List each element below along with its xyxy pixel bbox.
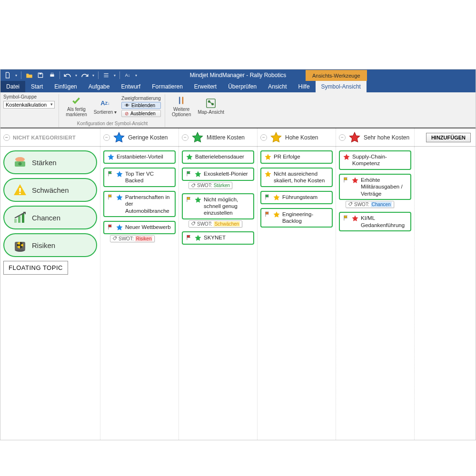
more-options-button[interactable]: Weitere Optionen (170, 94, 193, 118)
svg-rect-6 (207, 99, 215, 107)
card[interactable]: Nicht möglich, schnell genug einzustelle… (182, 193, 254, 219)
warning-icon (13, 183, 27, 197)
contextual-tab[interactable]: Ansichts-Werkzeuge (305, 69, 367, 81)
new-file-icon[interactable] (2, 70, 13, 80)
menu-file[interactable]: Datei (0, 81, 25, 92)
sidebar: Stärken Schwächen Chancen Risiken FLOATI… (0, 147, 100, 440)
star-icon (191, 131, 204, 144)
menu-advanced[interactable]: Erweitert (188, 81, 222, 92)
symbol-group-select[interactable]: Kostenkalkulation (3, 101, 55, 109)
category-strengths[interactable]: Stärken (3, 150, 97, 174)
chevron-down-icon[interactable]: ▾ (112, 70, 117, 80)
svg-point-11 (19, 162, 22, 166)
star-icon (113, 131, 125, 144)
star-icon (343, 153, 350, 161)
menu-design[interactable]: Entwurf (115, 81, 146, 92)
mark-done-button[interactable]: Als fertig markieren (64, 94, 89, 118)
collapse-icon[interactable]: − (260, 134, 267, 141)
undo-icon[interactable] (62, 70, 73, 80)
board: Stärken Schwächen Chancen Risiken FLOATI… (0, 147, 476, 440)
category-weaknesses[interactable]: Schwächen (3, 178, 97, 202)
card[interactable]: PR Erfolge (260, 150, 333, 164)
chevron-down-icon[interactable]: ▾ (134, 70, 139, 80)
swot-tag[interactable]: SWOT: Schwächen (188, 220, 242, 228)
svg-rect-4 (179, 97, 180, 104)
star-icon (351, 215, 359, 222)
chart-up-icon (13, 210, 27, 225)
menu-help[interactable]: Hilfe (293, 81, 316, 92)
star-icon (194, 170, 202, 178)
hide-button[interactable]: ⊘Ausblenden (121, 110, 161, 117)
collapse-icon[interactable]: − (182, 134, 188, 141)
col-uncategorized: − NICHT KATEGORISIERT (0, 129, 100, 146)
card[interactable]: Nicht ausreichend skaliert, hohe Kosten (260, 168, 333, 187)
star-icon (116, 194, 123, 201)
card[interactable]: Engineering-Backlog (260, 208, 333, 228)
swot-tag[interactable]: SWOT: Stärken (188, 182, 232, 189)
floating-topic[interactable]: FLOATING TOPIC (3, 261, 68, 275)
category-opportunities[interactable]: Chancen (3, 206, 97, 229)
menu-insert[interactable]: Einfügen (49, 81, 82, 92)
swot-tag[interactable]: SWOT: Chancen (346, 201, 394, 208)
card[interactable]: Erhöhte Militärausgaben / Verträge (339, 174, 411, 200)
chevron-down-icon[interactable]: ▾ (14, 70, 19, 80)
svg-rect-13 (19, 193, 20, 194)
collapse-icon[interactable]: − (339, 134, 346, 141)
menu-task[interactable]: Aufgabe (83, 81, 116, 92)
flag-icon (264, 211, 271, 218)
map-view-button[interactable]: Map-Ansicht (196, 97, 226, 116)
add-column-button[interactable]: HINZUFÜGEN (426, 133, 471, 142)
chevron-down-icon[interactable]: ▾ (74, 70, 79, 80)
col-high[interactable]: − Hohe Kosten (258, 129, 336, 146)
flag-icon (107, 224, 114, 230)
flag-icon (186, 170, 192, 177)
card[interactable]: Supply-Chain-Kompetenz (339, 150, 411, 170)
print-icon[interactable] (47, 70, 57, 80)
column-vhigh: Supply-Chain-Kompetenz Erhöhte Militärau… (336, 147, 415, 440)
tag-icon (112, 236, 117, 241)
map-icon (206, 98, 216, 109)
star-icon (273, 211, 280, 218)
card[interactable]: Top Tier VC Backed (103, 168, 176, 187)
svg-rect-15 (18, 216, 20, 223)
svg-rect-14 (14, 219, 17, 223)
star-icon (194, 234, 202, 242)
menu-view[interactable]: Ansicht (262, 81, 292, 92)
card[interactable]: Partnerschaften in der Automobilbranche (103, 191, 176, 217)
menu-symbol-view[interactable]: Symbol-Ansicht (316, 81, 367, 92)
chevron-down-icon[interactable]: ▾ (91, 70, 96, 80)
sort-button[interactable]: AZ↓ Sortieren ▾ (92, 97, 119, 116)
col-vhigh[interactable]: − Sehr hohe Kosten (336, 129, 415, 146)
sort-az-icon[interactable]: A↓ (122, 70, 133, 80)
card[interactable]: Führungsteam (260, 191, 333, 204)
menu-format[interactable]: Formatieren (146, 81, 188, 92)
quick-access-toolbar: ▾ ▾ ▾ ▾ A↓ ▾ (0, 70, 139, 80)
star-icon (264, 170, 272, 178)
card[interactable]: KI/ML Gedankenführung (339, 212, 411, 231)
col-mid[interactable]: − Mittlere Kosten (179, 129, 258, 146)
card[interactable]: Exoskelett-Pionier (182, 168, 254, 181)
card[interactable]: Erstanbieter-Vorteil (103, 150, 176, 164)
menu-review[interactable]: Überprüfen (222, 81, 262, 92)
show-button[interactable]: 👁Einblenden (121, 102, 161, 109)
list-icon[interactable] (101, 70, 111, 80)
menu-start[interactable]: Start (25, 81, 49, 92)
save-icon[interactable] (35, 70, 46, 80)
category-risks[interactable]: Risiken (3, 233, 97, 257)
card[interactable]: Neuer Wettbewerb (103, 221, 176, 234)
symbol-group-label: Symbol-Gruppe (3, 94, 55, 99)
redo-icon[interactable] (79, 70, 90, 80)
swot-tag[interactable]: SWOT: Risiken (110, 235, 155, 242)
star-icon (270, 131, 282, 144)
star-icon (348, 131, 361, 144)
money-icon (13, 155, 27, 169)
star-icon (273, 194, 280, 201)
star-icon (351, 177, 359, 184)
collapse-icon[interactable]: − (103, 134, 110, 141)
open-folder-icon[interactable] (24, 70, 34, 80)
column-high: PR Erfolge Nicht ausreichend skaliert, h… (258, 147, 336, 440)
card[interactable]: SKYNET (182, 231, 254, 245)
collapse-icon[interactable]: − (3, 134, 10, 141)
col-low[interactable]: − Geringe Kosten (100, 129, 179, 146)
card[interactable]: Batterielebensdauer (182, 150, 254, 164)
